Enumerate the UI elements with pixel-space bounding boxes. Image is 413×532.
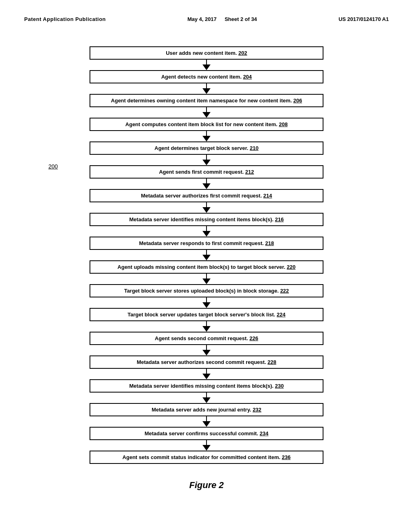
arrow-7 [202, 226, 211, 237]
step-234: Metadata server confirms successful comm… [90, 427, 323, 440]
arrow-head-10 [202, 302, 211, 308]
step-214: Metadata server authorizes first commit … [90, 189, 323, 202]
step-236-text: Agent sets commit status indicator for c… [123, 454, 282, 460]
arrow-line-9 [206, 274, 207, 278]
arrow-line-16 [206, 440, 207, 445]
arrow-line-10 [206, 297, 207, 302]
step-204-num: 204 [243, 74, 252, 80]
arrow-line-5 [206, 179, 207, 183]
step-214-num: 214 [263, 193, 272, 199]
step-220-num: 220 [287, 264, 296, 270]
diagram-container: 200 User adds new content item. 202Agent… [24, 46, 389, 490]
figure-caption: Figure 2 [189, 480, 224, 490]
arrow-head-0 [202, 64, 211, 70]
step-212-text: Agent sends first commit request. [159, 169, 245, 175]
step-210: Agent determines target block server. 21… [90, 141, 323, 155]
step-232-text: Metadata server adds new journal entry. [152, 407, 252, 413]
step-232: Metadata server adds new journal entry. … [90, 403, 323, 416]
arrow-line-0 [206, 60, 207, 64]
arrow-head-4 [202, 160, 211, 165]
page-header: Patent Application Publication May 4, 20… [24, 16, 389, 22]
arrow-16 [202, 440, 211, 451]
arrow-head-14 [202, 397, 211, 403]
step-220-text: Agent uploads missing content item block… [117, 264, 287, 270]
step-202: User adds new content item. 202 [90, 46, 323, 60]
step-232-num: 232 [252, 407, 261, 413]
header-date: May 4, 2017 [188, 16, 217, 22]
arrow-line-4 [206, 155, 207, 160]
step-222: Target block server stores uploaded bloc… [90, 284, 323, 297]
step-216: Metadata server identifies missing conte… [90, 213, 323, 226]
step-216-text: Metadata server identifies missing conte… [129, 216, 275, 222]
arrow-line-2 [206, 107, 207, 112]
arrow-head-8 [202, 255, 211, 260]
arrow-head-3 [202, 136, 211, 141]
step-210-num: 210 [250, 145, 259, 151]
step-226-num: 226 [250, 335, 259, 341]
step-218-text: Metadata server responds to first commit… [139, 240, 265, 246]
arrow-line-1 [206, 83, 207, 88]
arrow-line-6 [206, 202, 207, 207]
step-202-num: 202 [238, 50, 247, 56]
arrow-line-8 [206, 250, 207, 255]
arrow-0 [202, 60, 211, 70]
step-210-text: Agent determines target block server. [154, 145, 250, 151]
arrow-head-16 [202, 445, 211, 451]
step-206-text: Agent determines owning content item nam… [111, 98, 293, 104]
arrow-13 [202, 369, 211, 379]
header-center: May 4, 2017 Sheet 2 of 34 [188, 16, 257, 22]
arrow-line-12 [206, 345, 207, 350]
arrow-3 [202, 131, 211, 141]
arrow-line-14 [206, 393, 207, 397]
arrow-1 [202, 83, 211, 94]
flow-chart: User adds new content item. 202Agent det… [86, 46, 327, 464]
step-236: Agent sets commit status indicator for c… [90, 451, 323, 464]
arrow-head-11 [202, 326, 211, 332]
arrow-14 [202, 393, 211, 403]
arrow-head-9 [202, 278, 211, 284]
header-patent: US 2017/0124170 A1 [338, 16, 389, 22]
arrow-15 [202, 416, 211, 427]
step-202-text: User adds new content item. [166, 50, 238, 56]
step-228-num: 228 [267, 359, 276, 365]
step-234-text: Metadata server confirms successful comm… [144, 430, 259, 436]
arrow-line-15 [206, 416, 207, 421]
step-218-num: 218 [265, 240, 274, 246]
arrow-5 [202, 179, 211, 189]
step-204: Agent detects new content item. 204 [90, 70, 323, 83]
step-212-num: 212 [245, 169, 254, 175]
arrow-head-7 [202, 231, 211, 237]
arrow-11 [202, 321, 211, 332]
step-226: Agent sends second commit request. 226 [90, 332, 323, 345]
arrow-head-15 [202, 421, 211, 427]
step-226-text: Agent sends second commit request. [155, 335, 250, 341]
step-208-num: 208 [279, 121, 288, 127]
diagram-ref-label: 200 [48, 163, 58, 170]
step-236-num: 236 [282, 454, 291, 460]
arrow-2 [202, 107, 211, 118]
arrow-head-2 [202, 112, 211, 118]
arrow-line-13 [206, 369, 207, 374]
step-230-text: Metadata server identifies missing conte… [129, 383, 275, 389]
step-212: Agent sends first commit request. 212 [90, 165, 323, 179]
arrow-line-11 [206, 321, 207, 326]
step-208: Agent computes content item block list f… [90, 118, 323, 131]
step-224-num: 224 [277, 312, 286, 318]
step-222-text: Target block server stores uploaded bloc… [124, 288, 280, 294]
step-228-text: Metadata server authorizes second commit… [137, 359, 267, 365]
step-230-num: 230 [275, 383, 284, 389]
header-sheet: Sheet 2 of 34 [225, 16, 257, 22]
step-204-text: Agent detects new content item. [161, 74, 243, 80]
arrow-8 [202, 250, 211, 260]
arrow-12 [202, 345, 211, 355]
step-218: Metadata server responds to first commit… [90, 237, 323, 250]
arrow-line-7 [206, 226, 207, 231]
header-publication-label: Patent Application Publication [24, 16, 106, 22]
arrow-4 [202, 155, 211, 165]
step-206: Agent determines owning content item nam… [90, 94, 323, 107]
arrow-9 [202, 274, 211, 284]
step-224-text: Target block server updates target block… [127, 312, 277, 318]
step-216-num: 216 [275, 216, 284, 222]
arrow-head-1 [202, 88, 211, 94]
arrow-line-3 [206, 131, 207, 136]
